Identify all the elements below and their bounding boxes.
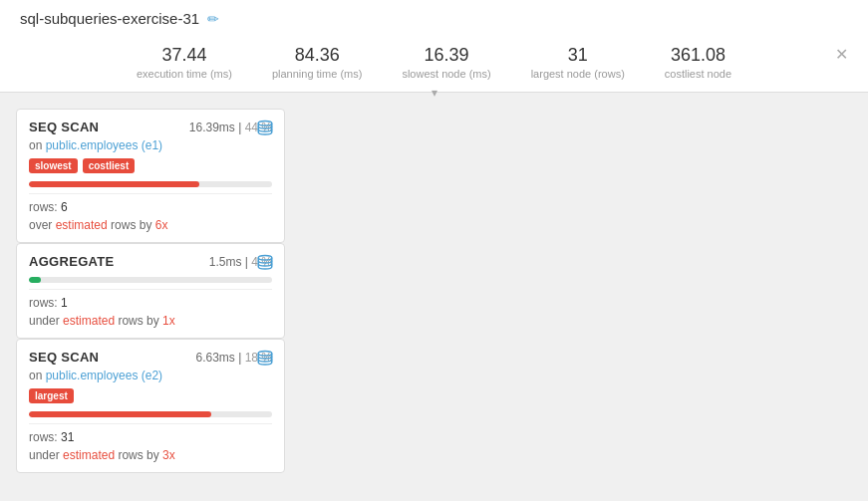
rows-value: 6 [61,200,68,214]
rows-value: 1 [61,296,68,310]
node-header: SEQ SCAN16.39ms | 44 % [29,120,272,134]
estimate-amount: 3x [162,448,175,462]
stat-slowest-node: 16.39 slowest node (ms) [402,45,490,80]
database-icon [256,350,274,373]
stat-largest-node: 31 largest node (rows) [531,45,625,80]
node-card: AGGREGATE1.5ms | 4 % rows: 1under estima… [16,243,285,339]
estimated-word: estimated [63,314,115,328]
database-icon [256,120,274,142]
close-icon[interactable]: ✕ [835,45,848,64]
stat-costliest-node: 361.08 costliest node [665,45,731,80]
estimate-amount: 1x [162,314,175,328]
svg-point-1 [258,256,272,261]
svg-point-0 [258,122,272,126]
slowest-node-label: slowest node (ms) [402,68,490,80]
node-estimate: over estimated rows by 6x [29,218,272,232]
costliest-node-label: costliest node [665,68,731,80]
node-header: AGGREGATE1.5ms | 4 % [29,254,272,269]
stat-execution-time: 37.44 execution time (ms) [137,45,232,80]
execution-time-label: execution time (ms) [137,68,232,80]
node-rows: rows: 31 [29,423,272,444]
node-card: SEQ SCAN16.39ms | 44 % on public.employe… [16,109,285,243]
node-header: SEQ SCAN6.63ms | 18 % [29,350,272,365]
node-estimate: under estimated rows by 1x [29,314,272,328]
planning-time-value: 84.36 [272,45,362,66]
node-type-label: AGGREGATE [29,254,115,269]
stat-planning-time: 84.36 planning time (ms) [272,45,362,80]
main-content: SEQ SCAN16.39ms | 44 % on public.employe… [0,93,868,484]
badge-slowest: slowest [29,158,78,173]
estimated-word: estimated [63,448,115,462]
node-type-label: SEQ SCAN [29,350,99,365]
rows-value: 31 [61,430,74,444]
header: sql-subqueries-exercise-31 ✏ 37.44 execu… [0,0,868,93]
slowest-node-value: 16.39 [402,45,490,66]
estimate-amount: 6x [155,218,168,232]
costliest-node-value: 361.08 [665,45,731,66]
badge-largest: largest [29,388,74,403]
progress-bar-container [29,411,272,417]
stats-row: 37.44 execution time (ms) 84.36 planning… [20,35,848,92]
progress-bar [29,411,211,417]
badge-row: slowestcostliest [29,158,272,173]
planning-time-label: planning time (ms) [272,68,362,80]
progress-bar-container [29,277,272,283]
node-rows: rows: 6 [29,193,272,214]
progress-bar [29,277,41,283]
largest-node-label: largest node (rows) [531,68,625,80]
largest-node-value: 31 [531,45,625,66]
node-subtitle: on public.employees (e1) [29,138,272,152]
badge-row: largest [29,388,272,403]
progress-bar [29,181,199,187]
estimated-word: estimated [56,218,108,232]
page-title: sql-subqueries-exercise-31 [20,10,199,27]
node-table-link[interactable]: public.employees (e1) [46,138,162,152]
node-subtitle: on public.employees (e2) [29,369,272,382]
chevron-down-icon: ▾ [432,86,437,100]
badge-costliest: costliest [83,158,136,173]
node-rows: rows: 1 [29,289,272,310]
edit-icon[interactable]: ✏ [207,11,219,27]
node-type-label: SEQ SCAN [29,120,99,134]
svg-point-2 [258,352,272,357]
database-icon [256,254,274,277]
node-table-link[interactable]: public.employees (e2) [46,369,162,382]
execution-time-value: 37.44 [137,45,232,66]
node-card: SEQ SCAN6.63ms | 18 % on public.employee… [16,339,285,473]
progress-bar-container [29,181,272,187]
title-row: sql-subqueries-exercise-31 ✏ [20,10,848,35]
node-estimate: under estimated rows by 3x [29,448,272,462]
